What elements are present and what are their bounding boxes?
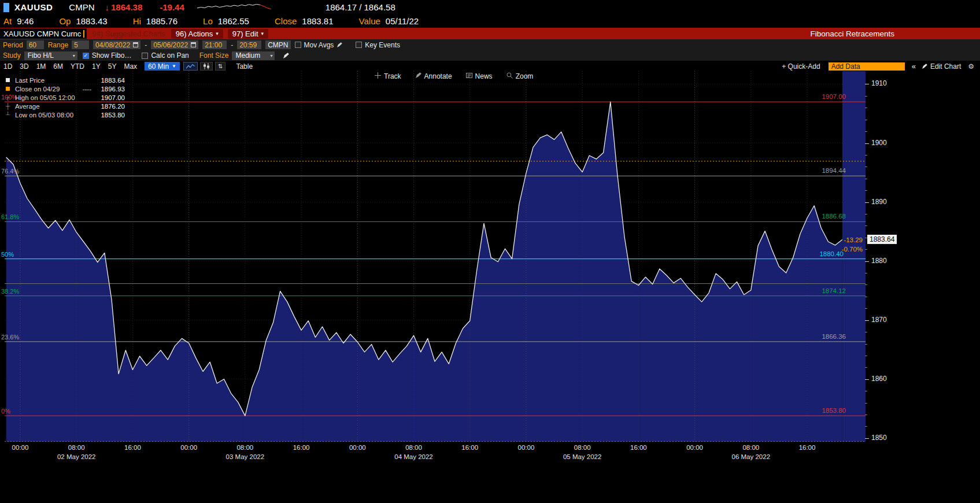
edit-menu-button[interactable]: 97) Edit ▾ [228,29,268,39]
x-axis-date-label: 04 May 2022 [388,453,440,460]
key-events-checkbox[interactable] [356,42,362,48]
legend-dash-sample: ---- [83,86,91,93]
quote-field: Value05/11/22 [359,16,419,26]
quote-field: At9:46 [3,16,34,26]
suggested-charts-menu[interactable]: 94) Suggested Charts [92,29,165,38]
security-input[interactable]: XAUUSD CMPN Curnc [0,28,87,39]
quote-field: Op1883.43 [59,16,107,26]
key-events-label: Key Events [365,41,400,49]
tool-track[interactable]: Track [375,72,401,80]
y-axis-minor-tick [865,284,867,285]
y-axis-major-tick [865,379,869,380]
range-button-ytd[interactable]: YTD [71,62,84,71]
y-axis-minor-tick [865,308,867,309]
range-button-5y[interactable]: 5Y [108,62,117,71]
chart-type-line-button[interactable] [183,62,198,71]
text-cursor [83,30,84,38]
table-button[interactable]: Table [236,62,253,71]
calendar-icon[interactable] [191,42,196,47]
quote-field-value: 9:46 [17,16,34,26]
gear-icon[interactable]: ⚙ [968,62,974,71]
x-axis-time-label: 16:00 [289,444,314,451]
x-axis-time-label: 08:00 [401,444,427,451]
date-from-input[interactable]: 04/08/2022 [93,40,140,49]
edit-chart-button[interactable]: Edit Chart [922,62,961,71]
period-input[interactable]: 60 [27,40,44,49]
calc-on-pan-toggle[interactable]: Calc on Pan [142,51,188,60]
chart-panel[interactable]: TrackAnnotateNewsZoom Last Price1883.64C… [0,71,980,503]
tool-zoom[interactable]: Zoom [506,72,534,80]
function-bar: XAUUSD CMPN Curnc 94) Suggested Charts 9… [0,28,980,39]
calendar-icon[interactable] [133,42,138,47]
zoom-icon [506,72,513,80]
interval-select[interactable]: 60 Min ▼ [145,62,180,71]
range-button-1d[interactable]: 1D [3,62,12,71]
legend-label: Close on 04/29 [15,86,83,93]
x-axis-date-label: 06 May 2022 [725,453,777,460]
range-button-max[interactable]: Max [124,62,137,71]
chart-type-candle-button[interactable] [200,62,213,71]
quote-fields: At9:46Op1883.43Hi1885.76Lo1862.55Close18… [3,14,980,28]
range-button-1y[interactable]: 1Y [92,62,101,71]
mov-avgs-checkbox[interactable] [295,42,301,48]
collapse-panel-button[interactable]: « [912,62,916,71]
y-axis-minor-tick [865,238,867,238]
chart-settings-row-2: Study Fibo H/L ▾ ✓ Show Fibo… Calc on Pa… [0,50,980,61]
date-to-value: 05/06/2022 [153,41,188,49]
x-axis-date-label: 05 May 2022 [556,453,608,460]
tool-news[interactable]: News [466,72,493,80]
tool-label: Annotate [424,72,452,80]
x-axis-time-label: 00:00 [682,444,708,451]
quote-field-value: 1885.76 [146,16,177,26]
chevron-down-icon: ▾ [216,31,219,36]
y-axis-major-tick [865,320,869,321]
quote-field-value: 05/11/22 [386,16,419,26]
range-label: Range [48,41,68,49]
time-to-input[interactable]: 20:59 [237,40,261,49]
range-button-6m[interactable]: 6M [53,62,63,71]
y-axis-minor-tick [865,367,867,368]
mov-avgs-edit-icon[interactable] [336,42,342,48]
source-select[interactable]: CMPN [265,40,290,49]
y-axis-minor-tick [865,332,867,332]
show-fibo-checkbox[interactable]: ✓ [83,53,89,59]
add-data-input[interactable]: Add Data [829,62,905,71]
x-axis-time-label: 16:00 [457,444,483,451]
y-axis-major-tick [865,143,869,144]
x-axis-date-label: 03 May 2022 [219,453,271,460]
key-events-toggle[interactable]: Key Events [356,41,400,49]
compare-sort-button[interactable]: ⇅ [215,62,225,71]
quote-field: Lo1862.55 [203,16,249,26]
calc-on-pan-checkbox[interactable] [142,53,148,59]
chart-settings-row-1: Period 60 Range 5 04/08/2022 - 05/06/202… [0,39,980,50]
security-input-value: XAUUSD CMPN Curnc [3,29,81,38]
quick-add-button[interactable]: + Quick-Add [782,62,820,71]
time-from-input[interactable]: 21:00 [202,40,227,49]
date-to-input[interactable]: 05/06/2022 [151,40,198,49]
chevron-down-icon: ▼ [172,64,176,69]
mov-avgs-toggle[interactable]: Mov Avgs [295,41,346,49]
draw-pencil-icon[interactable] [283,53,289,59]
edit-menu-label: 97) Edit [232,29,258,38]
y-axis-minor-tick [865,391,867,391]
range-button-3d[interactable]: 3D [20,62,28,71]
function-title: Fibonacci Retracements [810,29,894,38]
tool-annotate[interactable]: Annotate [415,72,452,80]
range-button-1m[interactable]: 1M [36,62,46,71]
square-white-marker-icon [6,77,15,83]
interval-value: 60 Min [148,62,169,71]
y-axis-label: 1890 [871,198,887,206]
show-fibo-toggle[interactable]: ✓ Show Fibo… [83,51,132,60]
x-axis-time-label: 00:00 [8,444,33,451]
font-size-select[interactable]: Medium ▾ [232,51,275,60]
study-select[interactable]: Fibo H/L ▾ [24,51,77,60]
candlestick-icon [203,63,210,69]
range-input[interactable]: 5 [72,40,89,49]
legend-item: ┬High on 05/05 12:001907.00 [6,93,125,102]
track-icon [375,72,381,80]
y-axis-label: 1910 [871,79,887,87]
last-trade-price: 1864.38 [111,2,142,12]
price-chart[interactable] [5,71,866,442]
actions-menu-button[interactable]: 96) Actions ▾ [171,29,223,39]
y-axis-major-tick [865,438,869,439]
